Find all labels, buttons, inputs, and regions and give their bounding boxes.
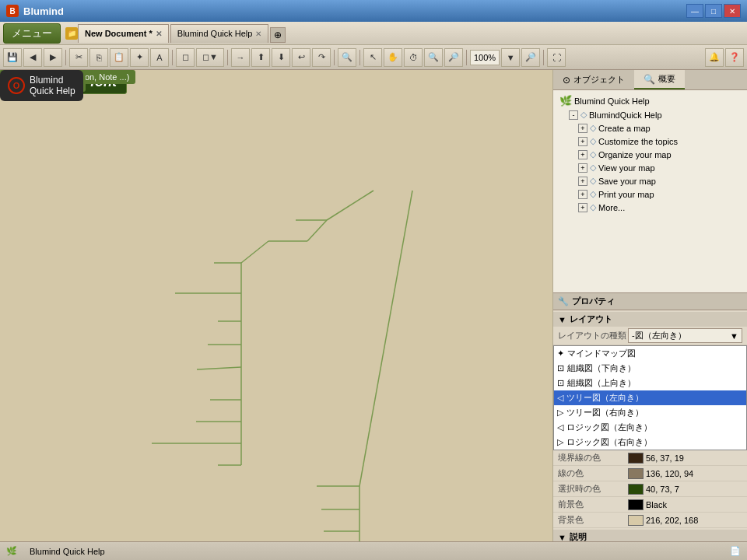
minimize-button[interactable]: — [686, 4, 703, 18]
toolbar-zoom-in[interactable]: 🔍 [424, 48, 443, 67]
toolbar: 💾 ◀ ▶ ✂ ⎘ 📋 ✦ A ◻ ◻▼ → ⬆ ⬇ ↩ ↷ 🔍 ↖ ✋ ⏱ 🔍… [0, 45, 747, 70]
tree-root[interactable]: 🌿 Blumind Quick Help [556, 93, 744, 108]
toolbar-undo[interactable]: ↩ [292, 48, 310, 67]
search-icon: 🔍 [644, 74, 655, 85]
tree-item-print[interactable]: + ◇ Print your map [575, 187, 744, 201]
line-color-value: 136, 120, 94 [628, 468, 742, 479]
tree-item-organize[interactable]: + ◇ Organize your map [575, 148, 744, 161]
fg-color-label: 前景色 [558, 499, 628, 510]
tree-node-icon: ◇ [590, 176, 596, 186]
svg-line-22 [359, 191, 412, 486]
app-icon: B [6, 5, 19, 17]
tree-item-create[interactable]: + ◇ Create a map [575, 121, 744, 135]
toolbar-back[interactable]: ◀ [23, 48, 42, 67]
layout-option-tree-left[interactable]: ◁ ツリー図（左向き） [554, 390, 746, 405]
expand-icon[interactable]: + [578, 137, 587, 146]
layout-option-mindmap[interactable]: ✦ マインドマップ図 [554, 346, 746, 361]
toolbar-fullscreen[interactable]: ⛶ [547, 48, 566, 67]
bg-color-row: 背景色 216, 202, 168 [553, 513, 747, 528]
close-button[interactable]: ✕ [724, 4, 741, 18]
select-color-value: 40, 73, 7 [628, 484, 742, 495]
layout-type-label: レイアウトの種類 [558, 330, 628, 341]
toolbar-format[interactable]: ✦ [130, 48, 149, 67]
border-color-swatch[interactable] [628, 453, 644, 464]
toolbar-zoom-picker[interactable]: ▼ [501, 48, 520, 67]
toolbar-separator [359, 50, 360, 65]
layout-icon: ✦ [557, 348, 564, 359]
menu-button[interactable]: メニュー [3, 23, 61, 44]
svg-line-13 [197, 367, 241, 369]
layout-option-tree-right[interactable]: ▷ ツリー図（右向き） [554, 405, 746, 420]
bg-color-swatch[interactable] [628, 515, 644, 526]
fg-color-swatch[interactable] [628, 499, 644, 510]
toolbar-cut[interactable]: ✂ [69, 48, 88, 67]
tree-item-customize[interactable]: + ◇ Customize the topics [575, 135, 744, 148]
expand-icon[interactable]: + [578, 163, 587, 173]
toolbar-separator [172, 50, 173, 65]
toolbar-text[interactable]: A [150, 48, 169, 67]
toolbar-save[interactable]: 💾 [3, 48, 22, 67]
select-color-swatch[interactable] [628, 484, 644, 495]
layout-option-logic-right[interactable]: ▷ ロジック図（右向き） [554, 435, 746, 450]
main-content: O BlumindQuick Help Create a map Customi… [0, 70, 747, 541]
status-icon: 🌿 [6, 546, 17, 556]
toolbar-up[interactable]: ⬆ [251, 48, 270, 67]
tree-item-blumind[interactable]: - ◇ BlumindQuick Help [566, 108, 744, 121]
tab-close-icon[interactable]: ✕ [255, 30, 261, 38]
expand-icon[interactable]: + [578, 150, 587, 159]
tab-new-document[interactable]: New Document * ✕ [78, 24, 169, 43]
toolbar-redo[interactable]: ↷ [312, 48, 331, 67]
expand-icon[interactable]: + [578, 124, 587, 133]
tree-node-icon: ◇ [590, 202, 596, 212]
line-color-swatch[interactable] [628, 468, 644, 479]
status-right-icon: 📄 [730, 546, 741, 556]
toolbar-search[interactable]: 🔍 [338, 48, 356, 67]
central-node[interactable]: O BlumindQuick Help [0, 70, 83, 101]
tab-quick-help[interactable]: Blumind Quick Help ✕ [170, 24, 269, 43]
layout-section: ▼ レイアウト レイアウトの種類 -図（左向き） ▼ ✦ [553, 312, 747, 528]
tree-item-view[interactable]: + ◇ View your map [575, 161, 744, 174]
toolbar-timer[interactable]: ⏱ [404, 48, 423, 67]
layout-option-org-down[interactable]: ⊡ 組織図（下向き） [554, 361, 746, 376]
toolbar-down[interactable]: ⬇ [272, 48, 290, 67]
toolbar-zoom-fit[interactable]: 🔎 [521, 48, 540, 67]
border-color-value: 56, 37, 19 [628, 453, 742, 464]
toolbar-cursor[interactable]: ↖ [363, 48, 382, 67]
tree-item-save[interactable]: + ◇ Save your map [575, 174, 744, 187]
layout-option-logic-left[interactable]: ◁ ロジック図（左向き） [554, 420, 746, 435]
tab-close-icon[interactable]: ✕ [156, 30, 162, 38]
toolbar-separator [466, 50, 467, 65]
expand-icon[interactable]: + [578, 190, 587, 199]
fg-color-row: 前景色 Black [553, 497, 747, 513]
tree-node-icon: ◇ [590, 123, 596, 133]
tab-label: New Document * [85, 29, 153, 38]
tab-summary[interactable]: 🔍 概要 [634, 70, 685, 89]
toolbar-add[interactable]: → [231, 48, 250, 67]
toolbar-layout[interactable]: ◻▼ [196, 48, 224, 67]
svg-line-2 [307, 220, 327, 241]
maximize-button[interactable]: □ [705, 4, 722, 18]
expand-icon[interactable]: + [578, 203, 587, 212]
canvas[interactable]: O BlumindQuick Help Create a map Customi… [0, 70, 552, 541]
titlebar: B Blumind — □ ✕ [0, 0, 747, 22]
layout-dropdown[interactable]: -図（左向き） ▼ [628, 328, 742, 343]
layout-icon: ◁ [557, 422, 563, 432]
toolbar-copy[interactable]: ⎘ [89, 48, 108, 67]
expand-icon[interactable]: + [578, 177, 587, 186]
toolbar-hand[interactable]: ✋ [384, 48, 402, 67]
toolbar-extra1[interactable]: 🔔 [705, 48, 724, 67]
tree-item-more[interactable]: + ◇ More... [575, 201, 744, 214]
toolbar-extra2[interactable]: ❓ [725, 48, 744, 67]
toolbar-zoom-out[interactable]: 🔎 [444, 48, 463, 67]
layout-section-header[interactable]: ▼ レイアウト [553, 312, 747, 327]
tree-root-icon: 🌿 [559, 95, 572, 107]
toolbar-forward[interactable]: ▶ [44, 48, 62, 67]
toolbar-view[interactable]: ◻ [176, 48, 195, 67]
new-tab-button[interactable]: ⊕ [270, 27, 286, 43]
explanation-header[interactable]: ▼ 説明 [553, 530, 747, 541]
toolbar-paste[interactable]: 📋 [110, 48, 128, 67]
tree-node-icon: ◇ [590, 189, 596, 199]
expand-icon[interactable]: - [569, 110, 578, 120]
layout-option-org-up[interactable]: ⊡ 組織図（上向き） [554, 376, 746, 390]
tab-object[interactable]: ⊙ オブジェクト [553, 70, 634, 89]
